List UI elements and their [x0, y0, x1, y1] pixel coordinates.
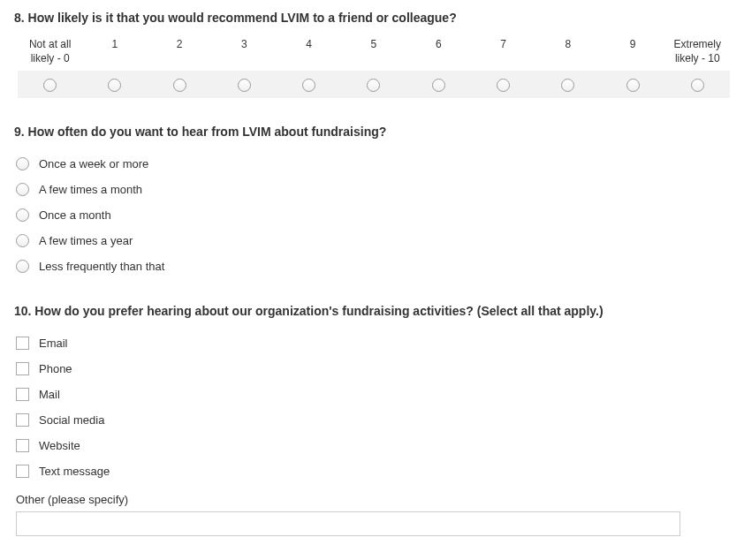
q10-option-row[interactable]: Text message: [14, 458, 730, 484]
q8-radio-10[interactable]: [691, 79, 704, 92]
q10-option-row[interactable]: Mail: [14, 382, 730, 407]
checkbox-icon[interactable]: [16, 413, 29, 427]
radio-icon[interactable]: [16, 234, 29, 247]
q10-option-row[interactable]: Phone: [14, 356, 730, 382]
q8-radio-3[interactable]: [238, 79, 251, 92]
q8-scale-label: Extremely likely - 10: [665, 37, 730, 65]
q8-radio-9[interactable]: [626, 79, 640, 92]
checkbox-icon[interactable]: [16, 337, 29, 350]
q8-scale-label: 7: [471, 37, 535, 65]
q9-option-row[interactable]: A few times a month: [14, 177, 730, 202]
q9-option-label: Once a month: [39, 208, 111, 222]
q10-option-row[interactable]: Email: [14, 330, 730, 356]
q9-option-label: Less frequently than that: [39, 260, 164, 273]
q10-option-row[interactable]: Website: [14, 433, 730, 458]
q9-option-row[interactable]: Less frequently than that: [14, 254, 730, 279]
q8-scale-header: Not at all likely - 0 1 2 3 4 5 6 7 8 9 …: [18, 37, 730, 71]
checkbox-icon[interactable]: [16, 362, 29, 375]
q8-radio-1[interactable]: [108, 79, 121, 92]
q8-radio-8[interactable]: [561, 79, 574, 92]
q8-scale-label: 3: [212, 37, 277, 65]
q8-scale-label: Not at all likely - 0: [18, 37, 82, 65]
q10-title: 10. How do you prefer hearing about our …: [14, 304, 730, 318]
q8-scale-label: 9: [600, 37, 664, 65]
checkbox-icon[interactable]: [16, 388, 29, 401]
q10-option-label: Website: [39, 439, 80, 452]
q8-scale: Not at all likely - 0 1 2 3 4 5 6 7 8 9 …: [18, 37, 730, 98]
q8-radio-7[interactable]: [497, 79, 510, 92]
q8-scale-label: 5: [341, 37, 406, 65]
radio-icon[interactable]: [16, 157, 29, 170]
q8-radio-2[interactable]: [173, 79, 186, 92]
radio-icon[interactable]: [16, 208, 29, 222]
q9-title: 9. How often do you want to hear from LV…: [14, 125, 730, 139]
q8-radio-4[interactable]: [302, 79, 315, 92]
q10-option-label: Text message: [39, 465, 110, 478]
q8-scale-label: 2: [148, 37, 212, 65]
q10-option-label: Email: [39, 337, 68, 350]
q8-title: 8. How likely is it that you would recom…: [14, 11, 730, 25]
q8-scale-label: 8: [535, 37, 600, 65]
q9-option-label: A few times a year: [39, 234, 133, 247]
q9-options: Once a week or more A few times a month …: [14, 151, 730, 279]
q9-option-row[interactable]: Once a month: [14, 202, 730, 228]
q10-option-label: Social media: [39, 413, 104, 427]
q8-scale-label: 6: [406, 37, 471, 65]
radio-icon[interactable]: [16, 183, 29, 196]
q8-scale-row: [18, 71, 730, 97]
checkbox-icon[interactable]: [16, 439, 29, 452]
q10-options: Email Phone Mail Social media Website Te…: [14, 330, 730, 484]
q8-scale-label: 4: [277, 37, 341, 65]
q10-option-row[interactable]: Social media: [14, 407, 730, 433]
q9-option-row[interactable]: A few times a year: [14, 228, 730, 254]
q10-other-label: Other (please specify): [16, 493, 730, 506]
radio-icon[interactable]: [16, 260, 29, 273]
q9-option-row[interactable]: Once a week or more: [14, 151, 730, 177]
q10-option-label: Phone: [39, 362, 72, 375]
q9-option-label: Once a week or more: [39, 157, 148, 170]
q8-radio-0[interactable]: [43, 79, 57, 92]
q9-option-label: A few times a month: [39, 183, 142, 196]
q10-option-label: Mail: [39, 388, 60, 401]
q8-radio-6[interactable]: [432, 79, 445, 92]
checkbox-icon[interactable]: [16, 465, 29, 478]
q8-radio-5[interactable]: [367, 79, 380, 92]
q10-other-input[interactable]: [16, 511, 680, 536]
q8-scale-label: 1: [82, 37, 147, 65]
